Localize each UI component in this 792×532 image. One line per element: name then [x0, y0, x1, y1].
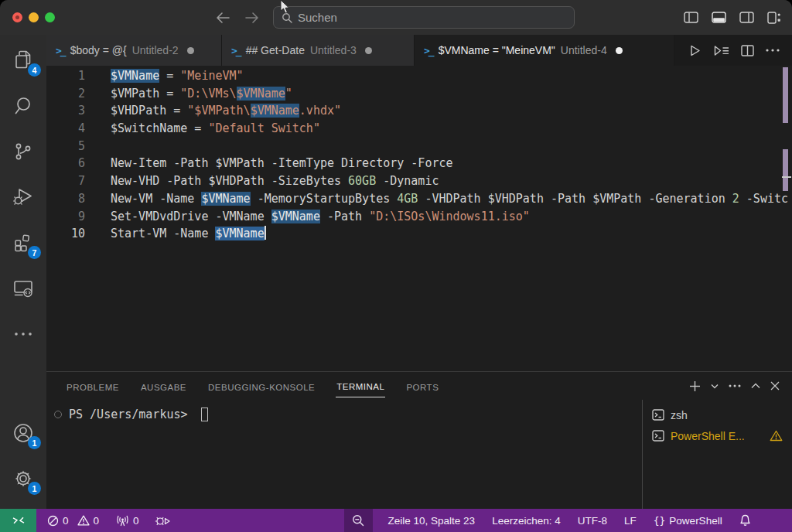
- remote-icon: [12, 515, 25, 526]
- modified-dot-icon[interactable]: [187, 47, 194, 54]
- code-row[interactable]: 6New-Item -Path $VMPath -ItemType Direct…: [46, 155, 792, 172]
- sidebar-more-actions[interactable]: [5, 311, 42, 356]
- terminal-list-item-powershell[interactable]: PowerShell E...: [643, 425, 792, 446]
- terminal-icon: [652, 409, 664, 421]
- panel-tab-problems[interactable]: PROBLEME: [66, 375, 120, 397]
- ports-status[interactable]: 0: [116, 515, 139, 527]
- terminal-output[interactable]: PS /Users/markus>: [46, 400, 642, 509]
- language-mode-status[interactable]: {} PowerShell: [654, 515, 722, 527]
- close-window-button[interactable]: [12, 12, 22, 22]
- code-row[interactable]: 2$VMPath = "D:\VMs\$VMName": [46, 85, 792, 103]
- toggle-primary-sidebar-icon[interactable]: [684, 12, 698, 23]
- status-bar: 0 0 0: [0, 509, 792, 532]
- warning-icon: [77, 515, 90, 526]
- tab-untitled-2[interactable]: >_ $body = @{ Untitled-2: [46, 35, 222, 66]
- encoding-status[interactable]: UTF-8: [578, 515, 607, 527]
- indentation-status[interactable]: Leerzeichen: 4: [492, 515, 561, 527]
- line-number: 2: [46, 85, 85, 103]
- overview-ruler[interactable]: [781, 66, 792, 371]
- remote-explorer-icon: [12, 278, 34, 298]
- ruler-cursor-mark: [782, 176, 791, 178]
- radio-tower-icon: [116, 515, 129, 527]
- powershell-file-icon: >_: [231, 45, 241, 56]
- tab-filename: Untitled-2: [132, 44, 179, 56]
- debug-bug-icon: [155, 515, 170, 527]
- line-number: 9: [46, 208, 85, 226]
- run-file-button[interactable]: [688, 44, 702, 57]
- line-number: 6: [46, 155, 85, 172]
- bell-icon: [739, 514, 751, 527]
- sidebar-item-remote-explorer[interactable]: [5, 265, 42, 311]
- line-number: 8: [46, 190, 85, 208]
- braces-icon: {}: [654, 515, 666, 527]
- command-decoration-icon[interactable]: [54, 411, 62, 418]
- forward-arrow-icon[interactable]: [244, 12, 260, 24]
- terminal-list-item-zsh[interactable]: zsh: [643, 404, 792, 425]
- sidebar-item-extensions[interactable]: 7: [5, 220, 42, 265]
- terminal-cursor: [201, 408, 208, 421]
- maximize-window-button[interactable]: [45, 12, 55, 22]
- ruler-highlight-mark: [783, 149, 788, 191]
- modified-dot-icon[interactable]: [616, 47, 623, 54]
- split-editor-button[interactable]: [741, 45, 754, 56]
- panel-tab-terminal[interactable]: TERMINAL: [336, 374, 385, 397]
- panel-tab-output[interactable]: AUSGABE: [140, 375, 187, 397]
- run-below-button[interactable]: [713, 44, 729, 57]
- code-row[interactable]: 3$VHDPath = "$VMPath\$VMName.vhdx": [46, 102, 792, 120]
- tab-title: $body = @{: [70, 44, 127, 56]
- cursor-position-status[interactable]: Zeile 10, Spalte 23: [388, 515, 476, 527]
- sidebar-item-search[interactable]: [5, 83, 42, 128]
- code-editor[interactable]: 1$VMName = "MeineVM"2$VMPath = "D:\VMs\$…: [46, 66, 792, 371]
- problems-status[interactable]: 0 0: [47, 515, 99, 527]
- toggle-panel-icon[interactable]: [712, 12, 726, 23]
- warning-count: 0: [94, 515, 100, 527]
- language-label: PowerShell: [669, 515, 722, 527]
- line-number: 5: [46, 138, 85, 155]
- sidebar-item-run-debug[interactable]: [5, 174, 42, 220]
- new-terminal-button[interactable]: [689, 380, 701, 392]
- source-control-icon: [13, 142, 33, 162]
- tab-bar: >_ $body = @{ Untitled-2 >_ ## Get-Date …: [46, 35, 792, 66]
- sidebar-item-explorer[interactable]: 4: [5, 37, 42, 83]
- editor-more-actions[interactable]: [766, 49, 780, 52]
- panel-more-actions[interactable]: [729, 384, 741, 387]
- maximize-panel-chevron[interactable]: [751, 383, 760, 389]
- panel-tab-ports[interactable]: PORTS: [405, 375, 439, 397]
- customize-layout-icon[interactable]: [767, 12, 781, 24]
- tab-filename: Untitled-4: [561, 44, 607, 56]
- code-lines: 1$VMName = "MeineVM"2$VMPath = "D:\VMs\$…: [46, 66, 792, 243]
- code-row[interactable]: 1$VMName = "MeineVM": [46, 67, 792, 85]
- terminal-prompt: PS /Users/markus>: [69, 408, 188, 421]
- tab-untitled-4[interactable]: >_ $VMName = "MeineVM" Untitled-4: [415, 35, 674, 66]
- terminal-dropdown-chevron[interactable]: [711, 384, 719, 389]
- remote-indicator[interactable]: [0, 509, 36, 532]
- minimize-window-button[interactable]: [29, 12, 39, 22]
- back-arrow-icon[interactable]: [215, 12, 230, 24]
- notifications-bell[interactable]: [739, 514, 751, 527]
- panel-tab-debug-console[interactable]: DEBUGGING-KONSOLE: [207, 375, 316, 397]
- panel-header: PROBLEME AUSGABE DEBUGGING-KONSOLE TERMI…: [46, 372, 792, 400]
- zoom-out-indicator[interactable]: [344, 509, 373, 532]
- command-center-search[interactable]: Suchen: [273, 6, 575, 29]
- tab-untitled-3[interactable]: >_ ## Get-Date Untitled-3: [222, 35, 415, 66]
- toggle-secondary-sidebar-icon[interactable]: [739, 12, 754, 23]
- run-debug-icon: [12, 187, 34, 207]
- sidebar-item-source-control[interactable]: [5, 128, 42, 174]
- code-row[interactable]: 7New-VHD -Path $VHDPath -SizeBytes 60GB …: [46, 172, 792, 190]
- accounts-button[interactable]: 1: [5, 410, 42, 455]
- modified-dot-icon[interactable]: [365, 47, 372, 54]
- code-row[interactable]: 4$SwitchName = "Default Switch": [46, 120, 792, 138]
- editor-caret: [265, 226, 266, 240]
- code-row[interactable]: 9Set-VMDvdDrive -VMName $VMName -Path "D…: [46, 208, 792, 226]
- powershell-file-icon: >_: [56, 45, 65, 56]
- warning-icon: [770, 430, 783, 442]
- eol-status[interactable]: LF: [624, 515, 637, 527]
- code-row[interactable]: 10Start-VM -Name $VMName: [46, 225, 792, 243]
- close-panel-icon[interactable]: [770, 381, 780, 390]
- code-row[interactable]: 8New-VM -Name $VMName -MemoryStartupByte…: [46, 190, 792, 208]
- settings-button[interactable]: 1: [5, 455, 42, 501]
- bottom-panel: PROBLEME AUSGABE DEBUGGING-KONSOLE TERMI…: [46, 371, 792, 509]
- error-icon: [47, 515, 59, 527]
- code-row[interactable]: 5: [46, 138, 792, 155]
- debug-status[interactable]: [155, 515, 170, 527]
